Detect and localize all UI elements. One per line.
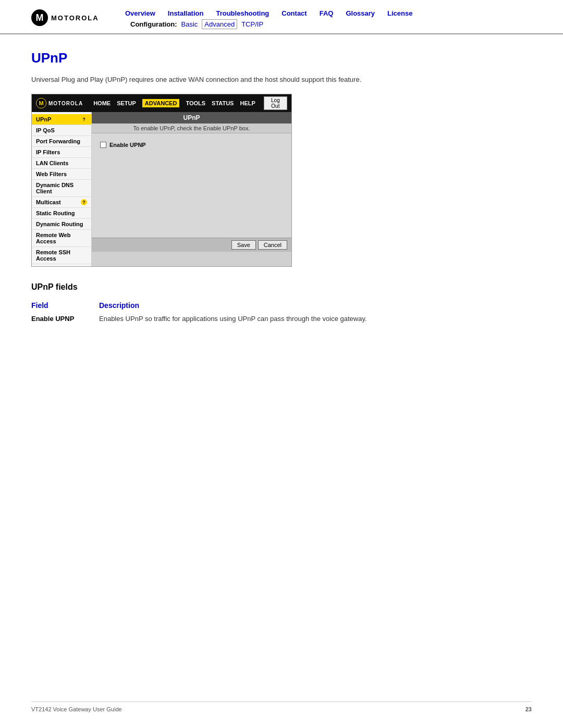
fields-title: UPnP fields bbox=[31, 282, 532, 292]
router-nav-home[interactable]: HOME bbox=[93, 100, 111, 106]
sidebar-item-webfilters[interactable]: Web Filters bbox=[32, 169, 91, 180]
router-logo: M MOTOROLA bbox=[36, 98, 83, 108]
sidebar-item-dynamicdns[interactable]: Dynamic DNS Client bbox=[32, 180, 91, 197]
field-desc-enable-upnp: Enables UPnP so traffic for applications… bbox=[99, 312, 532, 326]
sidebar-item-staticrouting[interactable]: Static Routing bbox=[32, 208, 91, 219]
motorola-icon: M bbox=[31, 9, 48, 26]
enable-upnp-checkbox[interactable] bbox=[100, 142, 106, 148]
nav-license[interactable]: License bbox=[387, 9, 412, 17]
save-button[interactable]: Save bbox=[231, 240, 256, 250]
router-panel-header: UPnP bbox=[92, 112, 291, 124]
fields-table: Field Description Enable UPNP Enables UP… bbox=[31, 299, 532, 326]
nav-faq[interactable]: FAQ bbox=[320, 9, 334, 17]
sidebar-item-multicast[interactable]: Multicast ? bbox=[32, 197, 91, 208]
sidebar-item-dynamicrouting[interactable]: Dynamic Routing bbox=[32, 219, 91, 230]
field-name-enable-upnp: Enable UPNP bbox=[31, 312, 99, 326]
nav-row2: Configuration: Basic Advanced TCP/IP bbox=[125, 19, 412, 29]
router-nav-setup[interactable]: SETUP bbox=[117, 100, 136, 106]
upnp-help-icon[interactable]: ? bbox=[81, 116, 87, 122]
page-footer: VT2142 Voice Gateway User Guide 23 bbox=[31, 701, 532, 712]
router-panel: UPnP To enable UPnP, check the Enable UP… bbox=[92, 112, 291, 266]
router-nav-advanced[interactable]: ADVANCED bbox=[142, 99, 180, 107]
sidebar-item-ipqos[interactable]: IP QoS bbox=[32, 125, 91, 136]
sidebar-item-lanclients[interactable]: LAN Clients bbox=[32, 158, 91, 169]
cancel-button[interactable]: Cancel bbox=[258, 240, 287, 250]
router-panel-subtitle: To enable UPnP, check the Enable UPnP bo… bbox=[92, 124, 291, 133]
col-field-header: Field bbox=[31, 299, 99, 312]
top-header: M MOTOROLA Overview Installation Trouble… bbox=[0, 0, 563, 34]
config-label: Configuration: bbox=[130, 20, 177, 28]
nav-glossary[interactable]: Glossary bbox=[346, 9, 375, 17]
router-ui: M MOTOROLA HOME SETUP ADVANCED TOOLS STA… bbox=[31, 94, 292, 267]
tab-tcpip[interactable]: TCP/IP bbox=[241, 20, 263, 28]
router-panel-footer: Save Cancel bbox=[92, 238, 291, 252]
motorola-text: MOTOROLA bbox=[51, 14, 99, 22]
col-description-header: Description bbox=[99, 299, 532, 312]
router-sidebar: UPnP ? IP QoS Port Forwarding IP Filters… bbox=[32, 112, 92, 266]
nav-troubleshooting[interactable]: Troubleshooting bbox=[216, 9, 269, 17]
tab-advanced[interactable]: Advanced bbox=[202, 19, 237, 29]
table-row: Enable UPNP Enables UPnP so traffic for … bbox=[31, 312, 532, 326]
router-logout-button[interactable]: Log Out bbox=[264, 96, 287, 110]
enable-upnp-row: Enable UPNP bbox=[100, 142, 283, 148]
enable-upnp-label: Enable UPNP bbox=[109, 142, 146, 148]
nav-overview[interactable]: Overview bbox=[125, 9, 155, 17]
router-body: UPnP ? IP QoS Port Forwarding IP Filters… bbox=[32, 112, 291, 266]
nav-installation[interactable]: Installation bbox=[168, 9, 204, 17]
router-navbar: M MOTOROLA HOME SETUP ADVANCED TOOLS STA… bbox=[32, 94, 291, 112]
page-description: Universal Plug and Play (UPnP) requires … bbox=[31, 76, 532, 83]
router-motorola-text: MOTOROLA bbox=[48, 101, 83, 106]
router-nav-tools[interactable]: TOOLS bbox=[186, 100, 205, 106]
multicast-help-icon[interactable]: ? bbox=[81, 199, 87, 205]
footer-page-number: 23 bbox=[525, 706, 532, 712]
router-nav-help[interactable]: HELP bbox=[240, 100, 255, 106]
footer-left-text: VT2142 Voice Gateway User Guide bbox=[31, 706, 122, 712]
motorola-logo: M MOTOROLA bbox=[31, 9, 99, 26]
main-content: UPnP Universal Plug and Play (UPnP) requ… bbox=[0, 34, 563, 341]
sidebar-item-remotesshaccess[interactable]: Remote SSH Access bbox=[32, 247, 91, 264]
router-nav-status[interactable]: STATUS bbox=[212, 100, 234, 106]
tab-basic[interactable]: Basic bbox=[181, 20, 198, 28]
fields-section: UPnP fields Field Description Enable UPN… bbox=[31, 282, 532, 326]
sidebar-item-portforwarding[interactable]: Port Forwarding bbox=[32, 136, 91, 147]
nav-contact[interactable]: Contact bbox=[282, 9, 307, 17]
router-logo-icon: M bbox=[36, 98, 46, 108]
page-title: UPnP bbox=[31, 50, 532, 66]
sidebar-item-upnp[interactable]: UPnP ? bbox=[32, 114, 91, 125]
nav-links: Overview Installation Troubleshooting Co… bbox=[125, 9, 412, 29]
sidebar-item-ipfilters[interactable]: IP Filters bbox=[32, 147, 91, 158]
logo-area: M MOTOROLA bbox=[31, 9, 104, 26]
router-panel-body: Enable UPNP bbox=[92, 133, 291, 238]
nav-row1: Overview Installation Troubleshooting Co… bbox=[125, 9, 412, 17]
sidebar-item-remotewebaccess[interactable]: Remote Web Access bbox=[32, 230, 91, 247]
